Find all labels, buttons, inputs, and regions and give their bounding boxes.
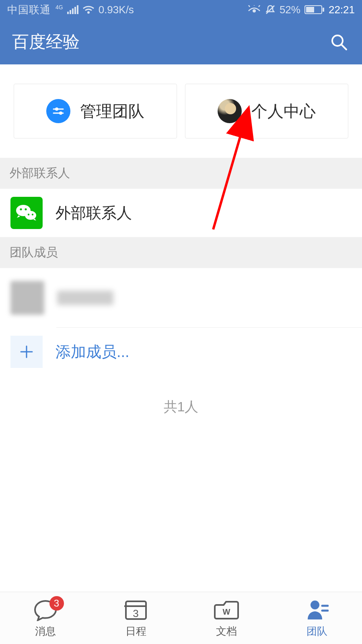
calendar-day-text: 3: [133, 607, 138, 620]
manage-team-label: 管理团队: [80, 100, 144, 122]
svg-text:W: W: [222, 607, 230, 616]
svg-point-21: [25, 211, 36, 220]
personal-center-label: 个人中心: [251, 100, 316, 122]
nav-calendar[interactable]: 3 日程: [90, 592, 181, 644]
status-left: 中国联通 4G 0.93K/s: [7, 3, 134, 17]
svg-point-19: [59, 111, 62, 115]
svg-point-32: [311, 601, 319, 609]
wechat-icon: [10, 197, 43, 229]
nav-docs[interactable]: W 文档: [181, 592, 272, 644]
svg-rect-3: [74, 7, 76, 14]
divider: [56, 327, 362, 328]
external-contacts-row[interactable]: 外部联系人: [0, 189, 362, 237]
clock-time: 22:21: [329, 4, 355, 16]
network-tag: 4G: [56, 4, 63, 10]
eye-icon: [247, 5, 261, 14]
calendar-icon: 3: [124, 598, 148, 622]
plus-icon: [10, 336, 43, 368]
page-title: 百度经验: [12, 31, 80, 53]
nav-messages-label: 消息: [35, 624, 56, 638]
folder-icon: W: [214, 598, 239, 622]
svg-point-23: [25, 208, 27, 210]
bell-muted-icon: [265, 4, 276, 15]
svg-line-15: [341, 45, 346, 50]
member-count: 共1人: [0, 376, 362, 438]
svg-point-9: [253, 9, 256, 12]
add-member-label: 添加成员...: [56, 342, 130, 362]
app-header: 百度经验: [0, 19, 362, 64]
battery-pct: 52%: [280, 4, 300, 16]
data-speed: 0.93K/s: [99, 4, 134, 16]
svg-point-25: [32, 214, 33, 215]
svg-line-8: [259, 5, 260, 7]
search-icon: [329, 33, 348, 51]
team-member-row[interactable]: [0, 268, 362, 328]
nav-calendar-label: 日程: [125, 624, 146, 638]
svg-rect-4: [77, 5, 78, 14]
add-member-row[interactable]: 添加成员...: [0, 328, 362, 376]
person-icon: [305, 598, 329, 622]
messages-badge: 3: [49, 596, 64, 611]
member-name: [57, 291, 113, 305]
carrier-label: 中国联通: [7, 3, 51, 17]
card-row: 管理团队 个人中心: [0, 64, 362, 158]
svg-point-22: [20, 208, 22, 210]
battery-icon: [304, 5, 325, 14]
personal-center-card[interactable]: 个人中心: [185, 84, 348, 138]
nav-docs-label: 文档: [216, 624, 237, 638]
svg-point-5: [87, 11, 90, 14]
svg-point-18: [55, 107, 58, 111]
manage-team-card[interactable]: 管理团队: [14, 84, 177, 138]
svg-line-6: [249, 5, 250, 7]
avatar: [218, 99, 242, 123]
svg-rect-1: [70, 10, 71, 14]
signal-icon: [67, 5, 78, 14]
chat-bubble-icon: 3: [33, 598, 58, 622]
wifi-icon: [82, 5, 95, 14]
nav-messages[interactable]: 3 消息: [0, 592, 90, 644]
svg-rect-2: [72, 8, 74, 14]
status-bar: 中国联通 4G 0.93K/s 52% 22:21: [0, 0, 362, 19]
section-header-external: 外部联系人: [0, 158, 362, 189]
svg-rect-12: [306, 7, 314, 12]
nav-team-label: 团队: [306, 624, 327, 638]
status-right: 52% 22:21: [247, 4, 355, 16]
member-avatar: [10, 281, 44, 315]
nav-team[interactable]: 团队: [272, 592, 362, 644]
sliders-icon: [46, 99, 70, 123]
section-header-team: 团队成员: [0, 237, 362, 268]
bottom-nav: 3 消息 3 日程 W 文档 团队: [0, 592, 362, 644]
svg-rect-0: [67, 12, 69, 14]
external-contacts-label: 外部联系人: [56, 203, 132, 223]
svg-point-24: [28, 214, 29, 215]
search-button[interactable]: [327, 31, 350, 53]
svg-rect-13: [323, 8, 324, 12]
